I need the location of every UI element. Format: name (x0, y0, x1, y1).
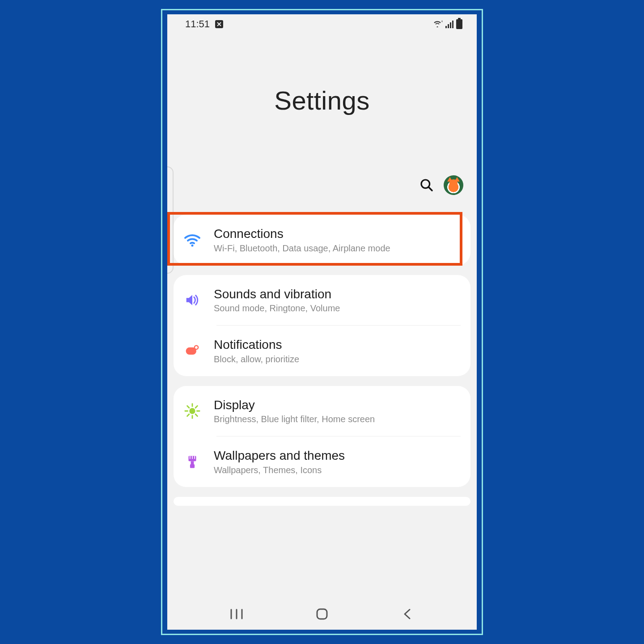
recent-apps-button[interactable] (223, 605, 250, 623)
wifi-status-icon: + (432, 18, 443, 30)
header-area: Settings (167, 34, 477, 166)
notification-x-icon (215, 20, 223, 28)
svg-rect-25 (317, 609, 327, 619)
settings-row-wallpapers[interactable]: Wallpapers and themes Wallpapers, Themes… (174, 436, 470, 487)
svg-rect-21 (190, 464, 195, 468)
theme-brush-icon (183, 453, 201, 471)
volume-icon (183, 291, 201, 309)
row-subtitle: Block, allow, prioritize (214, 354, 461, 364)
home-button[interactable] (309, 605, 335, 623)
settings-row-sounds[interactable]: Sounds and vibration Sound mode, Rington… (174, 275, 470, 326)
page-title: Settings (274, 85, 370, 115)
row-title: Display (214, 398, 461, 413)
status-time: 11:51 (185, 18, 210, 30)
profile-avatar[interactable] (444, 175, 463, 195)
back-button[interactable] (394, 605, 421, 623)
svg-point-6 (195, 346, 198, 349)
phone-screen: 11:51 + Sett (167, 14, 477, 630)
row-subtitle: Sound mode, Ringtone, Volume (214, 303, 461, 314)
svg-line-13 (195, 414, 197, 416)
battery-icon (456, 19, 462, 29)
action-row (167, 166, 477, 204)
decorative-frame: 11:51 + Sett (161, 9, 483, 635)
svg-line-12 (187, 406, 189, 408)
signal-icon (445, 20, 453, 28)
settings-card: Connections Wi-Fi, Bluetooth, Data usage… (174, 215, 470, 265)
svg-point-3 (191, 245, 194, 247)
row-subtitle: Wallpapers, Themes, Icons (214, 465, 461, 475)
svg-point-7 (189, 408, 195, 414)
notification-icon (183, 342, 201, 360)
settings-list: Connections Wi-Fi, Bluetooth, Data usage… (167, 204, 477, 598)
brightness-icon (183, 402, 201, 420)
settings-row-display[interactable]: Display Brightness, Blue light filter, H… (174, 386, 470, 436)
row-title: Connections (214, 226, 461, 242)
settings-row-connections[interactable]: Connections Wi-Fi, Bluetooth, Data usage… (174, 215, 470, 265)
row-title: Sounds and vibration (214, 287, 461, 302)
wifi-icon (183, 231, 201, 249)
system-nav-bar (167, 598, 477, 630)
svg-text:+: + (441, 19, 443, 24)
settings-card: Display Brightness, Blue light filter, H… (174, 386, 470, 487)
search-button[interactable] (419, 178, 434, 192)
settings-card: Sounds and vibration Sound mode, Rington… (174, 275, 470, 376)
svg-line-15 (187, 414, 189, 416)
settings-row-notifications[interactable]: Notifications Block, allow, prioritize (174, 326, 470, 376)
status-bar: 11:51 + (167, 14, 477, 34)
svg-rect-20 (191, 461, 194, 464)
row-subtitle: Brightness, Blue light filter, Home scre… (214, 414, 461, 424)
settings-card-peek (174, 497, 470, 506)
row-subtitle: Wi-Fi, Bluetooth, Data usage, Airplane m… (214, 243, 461, 254)
row-title: Wallpapers and themes (214, 448, 461, 463)
scroll-edge-indicator (167, 166, 174, 274)
svg-line-2 (428, 187, 432, 191)
svg-line-14 (195, 406, 197, 408)
row-title: Notifications (214, 337, 461, 352)
